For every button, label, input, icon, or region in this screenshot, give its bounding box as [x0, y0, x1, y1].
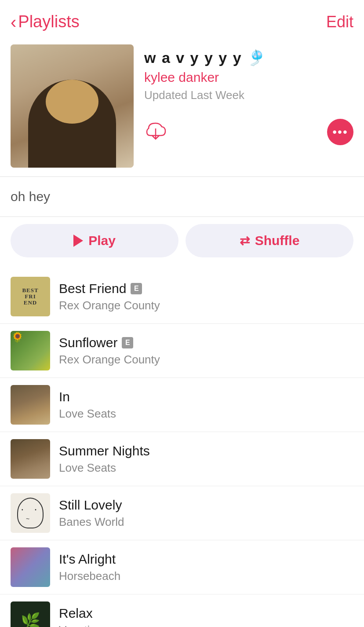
header: ‹ Playlists Edit — [0, 0, 364, 40]
song-title: Summer Nights — [59, 444, 150, 458]
album-art — [11, 385, 50, 425]
back-chevron-icon: ‹ — [11, 13, 16, 31]
song-title-row: Best Friend E — [59, 281, 364, 296]
song-title: It's Alright — [59, 552, 116, 567]
song-artist: Love Seats — [59, 407, 364, 421]
song-list: BESTFRIEND Best Friend E Rex Orange Coun… — [0, 270, 364, 627]
explicit-badge: E — [122, 337, 133, 348]
play-label: Play — [88, 233, 116, 248]
playlist-info: w a v y y y y 🎐 kylee danker Updated Las… — [0, 40, 364, 176]
face-doodle — [17, 498, 44, 528]
list-item[interactable]: It's Alright Horsebeach — [0, 540, 364, 594]
list-item[interactable]: In Love Seats — [0, 378, 364, 432]
album-art — [11, 439, 50, 479]
playlist-cover — [11, 44, 134, 168]
cover-image — [11, 44, 134, 168]
play-icon — [73, 235, 83, 247]
edit-button[interactable]: Edit — [326, 13, 353, 31]
song-info: Still Lovely Banes World — [59, 498, 364, 529]
song-title-row: Still Lovely — [59, 498, 364, 513]
album-art: 🌻 — [11, 331, 50, 370]
song-title-row: It's Alright — [59, 552, 364, 567]
play-button[interactable]: Play — [11, 224, 178, 257]
back-button[interactable]: ‹ Playlists — [11, 12, 80, 31]
song-title: Sunflower — [59, 335, 117, 350]
leaf-icon: 🌿 — [21, 612, 40, 627]
song-artist: Banes World — [59, 515, 364, 529]
album-art — [11, 493, 50, 533]
song-title: Still Lovely — [59, 498, 122, 513]
song-artist: Vacations — [59, 623, 364, 627]
list-item[interactable]: 🌻 Sunflower E Rex Orange County — [0, 324, 364, 378]
song-title-row: Sunflower E — [59, 335, 364, 350]
shuffle-button[interactable]: ⇄ Shuffle — [186, 224, 353, 257]
song-artist: Horsebeach — [59, 569, 364, 583]
explicit-badge: E — [131, 283, 142, 294]
song-info: Relax Vacations — [59, 606, 364, 627]
song-title: In — [59, 389, 70, 404]
album-art: BESTFRIEND — [11, 277, 50, 316]
more-dots-icon: ••• — [332, 126, 348, 138]
song-info: Sunflower E Rex Orange County — [59, 335, 364, 367]
playlist-updated: Updated Last Week — [144, 88, 353, 102]
playlist-author: kylee danker — [144, 70, 353, 85]
playlist-description: oh hey — [0, 177, 364, 216]
download-button[interactable] — [144, 120, 167, 144]
song-info: It's Alright Horsebeach — [59, 552, 364, 583]
song-title-row: Summer Nights — [59, 444, 364, 458]
back-label: Playlists — [18, 12, 79, 31]
list-item[interactable]: BESTFRIEND Best Friend E Rex Orange Coun… — [0, 270, 364, 324]
album-art — [11, 547, 50, 587]
playlist-actions: ••• — [144, 119, 353, 145]
song-info: In Love Seats — [59, 389, 364, 421]
album-art: 🌿 — [11, 601, 50, 627]
song-title: Relax — [59, 606, 93, 621]
song-artist: Love Seats — [59, 461, 364, 475]
song-info: Summer Nights Love Seats — [59, 444, 364, 475]
list-item[interactable]: Summer Nights Love Seats — [0, 432, 364, 486]
download-icon — [144, 120, 167, 143]
playlist-meta: w a v y y y y 🎐 kylee danker Updated Las… — [144, 44, 353, 145]
action-buttons: Play ⇄ Shuffle — [0, 217, 364, 270]
song-title-row: Relax — [59, 606, 364, 621]
song-info: Best Friend E Rex Orange County — [59, 281, 364, 312]
song-artist: Rex Orange County — [59, 299, 364, 312]
list-item[interactable]: 🌿 Relax Vacations — [0, 594, 364, 627]
song-title-row: In — [59, 389, 364, 404]
list-item[interactable]: Still Lovely Banes World — [0, 486, 364, 540]
playlist-name: w a v y y y y 🎐 — [144, 49, 353, 66]
song-title: Best Friend — [59, 281, 126, 296]
more-button[interactable]: ••• — [327, 119, 353, 145]
shuffle-icon: ⇄ — [240, 234, 250, 248]
shuffle-label: Shuffle — [255, 233, 300, 248]
song-artist: Rex Orange County — [59, 353, 364, 367]
